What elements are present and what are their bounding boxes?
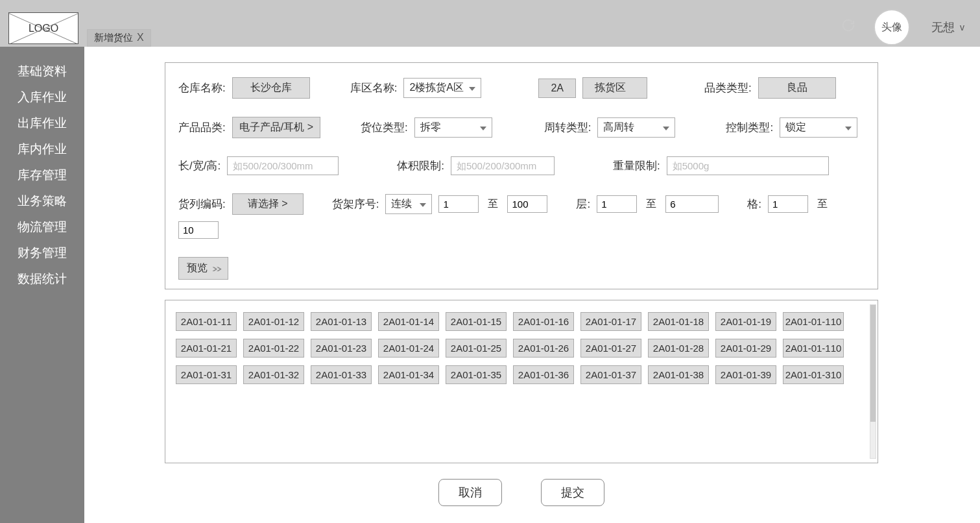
action-row: 取消 提交: [165, 479, 878, 506]
scrollbar[interactable]: [870, 304, 876, 459]
location-cell[interactable]: 2A01-01-310: [783, 365, 844, 384]
location-cell[interactable]: 2A01-01-38: [648, 365, 709, 384]
close-icon[interactable]: X: [137, 32, 144, 43]
sidebar: 基础资料 入库作业 出库作业 库内作业 库存管理 业务策略 物流管理 财务管理 …: [0, 47, 84, 523]
area-label: 库区名称:: [350, 80, 398, 95]
sidebar-item-logistics[interactable]: 物流管理: [0, 214, 84, 240]
area-select[interactable]: 2楼拣货A区: [403, 78, 481, 98]
control-select[interactable]: 锁定: [780, 117, 857, 138]
chevron-down-icon: v: [960, 22, 964, 32]
preview-grid: 2A01-01-112A01-01-122A01-01-132A01-01-14…: [176, 312, 863, 384]
volume-label: 体积限制:: [397, 158, 444, 173]
location-cell[interactable]: 2A01-01-37: [580, 365, 641, 384]
refresh-icon[interactable]: [841, 18, 855, 32]
weight-input[interactable]: [667, 156, 829, 175]
preview-grid-panel: 2A01-01-112A01-01-122A01-01-132A01-01-14…: [165, 300, 878, 463]
layer-from-input[interactable]: [597, 195, 637, 213]
preview-label: 预览: [187, 262, 208, 275]
tab-new-location[interactable]: 新增货位 X: [87, 29, 151, 47]
content-area: 仓库名称: 长沙仓库 库区名称: 2楼拣货A区 2A 拣货区 品类类型: 良品 …: [84, 47, 980, 523]
location-cell[interactable]: 2A01-01-33: [311, 365, 372, 384]
username-menu[interactable]: 无想 v: [931, 19, 964, 35]
location-cell[interactable]: 2A01-01-110: [783, 312, 844, 331]
sidebar-item-policy[interactable]: 业务策略: [0, 188, 84, 214]
loc-type-label: 货位类型:: [361, 120, 408, 135]
location-cell[interactable]: 2A01-01-24: [378, 339, 439, 358]
tab-strip: 新增货位 X: [87, 29, 151, 47]
submit-button[interactable]: 提交: [541, 479, 604, 506]
preview-button[interactable]: 预览 »: [178, 257, 228, 280]
cell-from-input[interactable]: [768, 195, 808, 213]
sidebar-item-inventory[interactable]: 库存管理: [0, 162, 84, 188]
location-cell[interactable]: 2A01-01-22: [243, 339, 304, 358]
sidebar-item-basic[interactable]: 基础资料: [0, 58, 84, 84]
location-cell[interactable]: 2A01-01-21: [176, 339, 237, 358]
location-cell[interactable]: 2A01-01-18: [648, 312, 709, 331]
loc-type-select[interactable]: 拆零: [414, 117, 492, 138]
warehouse-field[interactable]: 长沙仓库: [232, 77, 310, 99]
to-text-3: 至: [815, 197, 830, 211]
product-cat-field[interactable]: 电子产品/耳机 >: [232, 117, 320, 138]
sidebar-item-finance[interactable]: 财务管理: [0, 240, 84, 266]
location-cell[interactable]: 2A01-01-27: [580, 339, 641, 358]
avatar-text: 头像: [881, 21, 902, 34]
layer-label: 层:: [576, 197, 590, 212]
location-cell[interactable]: 2A01-01-14: [378, 312, 439, 331]
location-cell[interactable]: 2A01-01-17: [580, 312, 641, 331]
location-cell[interactable]: 2A01-01-39: [715, 365, 776, 384]
location-cell[interactable]: 2A01-01-29: [715, 339, 776, 358]
double-chevron-down-icon: »: [211, 263, 222, 274]
location-cell[interactable]: 2A01-01-36: [513, 365, 574, 384]
cell-label: 格:: [747, 197, 761, 212]
column-code-field[interactable]: 请选择 >: [232, 193, 304, 215]
category-type-label: 品类类型:: [704, 80, 752, 95]
shelf-from-input[interactable]: [438, 195, 479, 213]
form-panel: 仓库名称: 长沙仓库 库区名称: 2楼拣货A区 2A 拣货区 品类类型: 良品 …: [165, 62, 878, 289]
volume-input[interactable]: [451, 156, 555, 175]
location-cell[interactable]: 2A01-01-11: [176, 312, 237, 331]
location-cell[interactable]: 2A01-01-25: [446, 339, 507, 358]
avatar[interactable]: 头像: [874, 9, 910, 45]
location-cell[interactable]: 2A01-01-23: [311, 339, 372, 358]
warehouse-label: 仓库名称:: [178, 80, 226, 95]
layer-to-input[interactable]: [665, 195, 719, 213]
tab-label: 新增货位: [94, 32, 133, 44]
username-text: 无想: [931, 19, 955, 35]
location-cell[interactable]: 2A01-01-13: [311, 312, 372, 331]
turnover-select[interactable]: 高周转: [597, 117, 675, 138]
location-cell[interactable]: 2A01-01-28: [648, 339, 709, 358]
area-code-tag: 2A: [538, 79, 576, 98]
location-cell[interactable]: 2A01-01-34: [378, 365, 439, 384]
location-cell[interactable]: 2A01-01-19: [715, 312, 776, 331]
column-code-label: 货列编码:: [178, 197, 226, 212]
control-label: 控制类型:: [726, 120, 773, 135]
top-bar: LOGO 新增货位 X 头像 无想 v: [0, 0, 980, 47]
dim-label: 长/宽/高:: [178, 158, 221, 173]
location-cell[interactable]: 2A01-01-110: [783, 339, 844, 358]
location-cell[interactable]: 2A01-01-12: [243, 312, 304, 331]
cell-to-input[interactable]: [178, 221, 219, 239]
location-cell[interactable]: 2A01-01-26: [513, 339, 574, 358]
sidebar-item-inbound[interactable]: 入库作业: [0, 84, 84, 110]
turnover-label: 周转类型:: [544, 120, 592, 135]
cancel-button[interactable]: 取消: [438, 479, 502, 506]
sidebar-item-stats[interactable]: 数据统计: [0, 266, 84, 292]
to-text-2: 至: [643, 197, 659, 211]
location-cell[interactable]: 2A01-01-16: [513, 312, 574, 331]
to-text-1: 至: [485, 197, 501, 211]
location-cell[interactable]: 2A01-01-35: [446, 365, 507, 384]
shelf-mode-select[interactable]: 连续: [385, 194, 432, 214]
shelf-no-label: 货架序号:: [332, 197, 379, 212]
logo: LOGO: [8, 12, 78, 44]
category-type-field[interactable]: 良品: [758, 77, 836, 99]
location-cell[interactable]: 2A01-01-15: [446, 312, 507, 331]
sidebar-item-internal[interactable]: 库内作业: [0, 136, 84, 162]
sidebar-item-outbound[interactable]: 出库作业: [0, 110, 84, 136]
location-cell[interactable]: 2A01-01-32: [243, 365, 304, 384]
shelf-to-input[interactable]: [507, 195, 547, 213]
scrollbar-thumb[interactable]: [870, 305, 876, 422]
location-cell[interactable]: 2A01-01-31: [176, 365, 237, 384]
logo-text: LOGO: [29, 23, 58, 34]
dim-input[interactable]: [227, 156, 339, 175]
product-cat-label: 产品品类:: [178, 120, 226, 135]
